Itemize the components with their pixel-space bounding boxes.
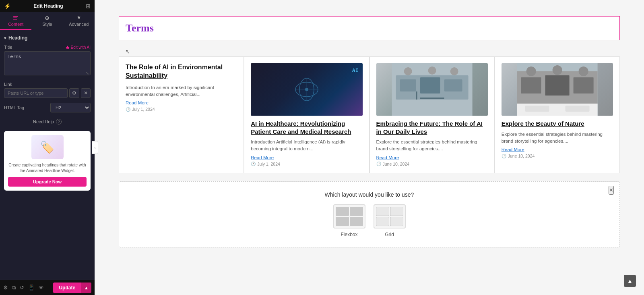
read-more-1[interactable]: Read More <box>126 100 237 105</box>
svg-point-27 <box>552 65 562 75</box>
svg-rect-30 <box>525 106 549 112</box>
grid-cell-4 <box>390 217 403 226</box>
edit-with-ai-btn[interactable]: Edit with AI <box>66 45 91 50</box>
layout-option-grid[interactable]: Grid <box>374 204 406 237</box>
svg-point-16 <box>404 67 412 75</box>
title-textarea-wrap: Terms ⤡ <box>4 51 91 77</box>
svg-rect-23 <box>521 77 541 93</box>
panel-body: Heading Title Edit with AI Terms ⤡ Link … <box>0 30 95 280</box>
grid-cell-2 <box>390 207 403 216</box>
svg-marker-5 <box>66 46 70 49</box>
heading-text: Terms <box>126 22 613 34</box>
flex-cell-4 <box>350 217 363 226</box>
svg-rect-19 <box>416 91 417 100</box>
tab-content[interactable]: Content <box>0 12 31 30</box>
link-settings-btn[interactable]: ⚙ <box>69 88 79 98</box>
post-card-3: Embracing the Future: The Role of AI in … <box>369 56 495 173</box>
html-tag-row: HTML Tag H2 H1 H3 H4 H5 H6 p span div <box>4 103 91 112</box>
svg-point-18 <box>450 67 458 75</box>
update-arrow-btn[interactable]: ▲ <box>81 283 91 293</box>
read-more-3[interactable]: Read More <box>376 155 488 160</box>
title-textarea[interactable]: Terms <box>4 51 91 75</box>
svg-rect-15 <box>444 79 462 91</box>
history-footer-icon[interactable]: ↺ <box>20 285 24 291</box>
svg-rect-25 <box>573 77 593 93</box>
layout-options: Flexbox Grid <box>129 204 610 237</box>
link-clear-btn[interactable]: ✕ <box>81 88 91 98</box>
svg-rect-1 <box>13 18 17 19</box>
upgrade-btn[interactable]: Upgrade Now <box>8 177 87 187</box>
svg-point-26 <box>526 66 536 76</box>
flexbox-label: Flexbox <box>341 232 357 237</box>
panel-topbar: ⚡ Edit Heading ⊞ <box>0 0 95 12</box>
need-help[interactable]: Need Help ? <box>4 119 91 125</box>
post-title-2[interactable]: AI in Healthcare: Revolutionizing Patien… <box>251 120 362 135</box>
footer-icons: ⚙ ⧉ ↺ 📱 👁 <box>3 285 44 291</box>
tab-style[interactable]: Style <box>31 12 63 30</box>
heading-box[interactable]: Terms <box>119 16 620 40</box>
html-tag-select[interactable]: H2 H1 H3 H4 H5 H6 p span div <box>50 103 91 112</box>
post-title-3[interactable]: Embracing the Future: The Role of AI in … <box>376 120 488 135</box>
content-area: Terms ↖ The Role of AI in Environmental … <box>95 0 644 272</box>
update-btn-wrap: Update ▲ <box>53 283 91 293</box>
grid-icon[interactable]: ⊞ <box>86 3 91 9</box>
svg-rect-14 <box>420 77 440 93</box>
post-card-1: The Role of AI in Environmental Sustaina… <box>119 56 244 173</box>
post-card-2: AI AI in Healthcare: Revolutionizing Pat… <box>244 56 369 173</box>
link-field-wrap: Link ⚙ ✕ <box>4 82 91 98</box>
tab-style-label: Style <box>42 22 52 27</box>
post-excerpt-2: Introduction Artificial Intelligence (AI… <box>251 139 362 153</box>
link-input-row: ⚙ ✕ <box>4 88 91 98</box>
clock-icon-2: 🕐 <box>251 162 256 166</box>
layout-option-flexbox[interactable]: Flexbox <box>333 204 365 237</box>
svg-rect-2 <box>13 19 17 20</box>
preview-footer-icon[interactable]: 👁 <box>39 285 44 291</box>
post-title-4[interactable]: Explore the Beauty of Nature <box>502 120 613 128</box>
left-panel: ⚡ Edit Heading ⊞ Content Style Advanced … <box>0 0 95 295</box>
flex-cell-2 <box>350 207 363 216</box>
post-card-4: Explore the Beauty of Nature Explore the… <box>495 56 620 173</box>
help-icon: ? <box>56 119 62 125</box>
layout-close-btn[interactable]: × <box>609 186 614 195</box>
read-more-4[interactable]: Read More <box>502 147 613 152</box>
clock-icon-3: 🕐 <box>376 162 381 166</box>
read-more-2[interactable]: Read More <box>251 155 362 160</box>
post-excerpt-1: Introduction In an era marked by signifi… <box>126 84 237 98</box>
flex-cell-1 <box>336 207 349 216</box>
svg-rect-0 <box>13 16 18 17</box>
scroll-top-btn[interactable]: ▲ <box>624 275 636 287</box>
post-image-4 <box>502 63 613 116</box>
svg-rect-13 <box>400 79 416 91</box>
collapse-handle[interactable]: ‹ <box>92 141 98 154</box>
svg-point-17 <box>428 66 436 75</box>
settings-footer-icon[interactable]: ⚙ <box>3 285 8 291</box>
clock-icon-4: 🕐 <box>502 154 506 158</box>
panel-tabs: Content Style Advanced <box>0 12 95 30</box>
pro-widget-image: 🏷️ <box>31 135 64 159</box>
ai-label: AI <box>352 67 359 73</box>
tab-advanced[interactable]: Advanced <box>63 12 95 30</box>
grid-cell-3 <box>376 217 389 226</box>
panel-footer: ⚙ ⧉ ↺ 📱 👁 Update ▲ <box>0 280 95 295</box>
svg-rect-20 <box>420 98 444 99</box>
update-btn[interactable]: Update <box>53 283 81 293</box>
layout-modal: × Which layout would you like to use? Fl… <box>119 181 620 247</box>
layers-footer-icon[interactable]: ⧉ <box>12 285 16 291</box>
post-excerpt-3: Explore the essential strategies behind … <box>376 139 488 153</box>
elementor-logo-icon: ⚡ <box>4 3 11 9</box>
post-image-3 <box>376 63 488 116</box>
post-date-2: 🕐 July 1, 2024 <box>251 162 362 166</box>
flexbox-preview <box>333 204 365 229</box>
link-field-label: Link <box>4 82 91 87</box>
post-excerpt-4: Explore the essential strategies behind … <box>502 131 613 145</box>
posts-grid: The Role of AI in Environmental Sustaina… <box>119 56 620 173</box>
tab-content-label: Content <box>8 22 24 27</box>
svg-rect-31 <box>565 106 589 112</box>
post-title-1[interactable]: The Role of AI in Environmental Sustaina… <box>126 63 237 80</box>
responsive-footer-icon[interactable]: 📱 <box>28 285 35 291</box>
tab-advanced-label: Advanced <box>69 22 89 27</box>
layout-title: Which layout would you like to use? <box>129 191 610 198</box>
cursor-icon: ↖ <box>125 48 130 55</box>
svg-rect-24 <box>545 75 569 96</box>
link-input[interactable] <box>4 88 68 98</box>
